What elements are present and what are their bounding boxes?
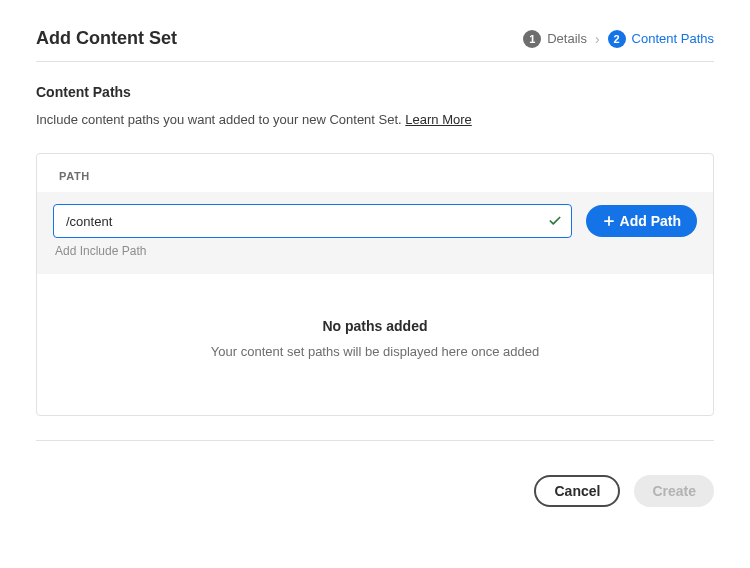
- footer-actions: Cancel Create: [36, 475, 714, 507]
- path-input[interactable]: [53, 204, 572, 238]
- path-input-hint: Add Include Path: [53, 244, 697, 258]
- page-title: Add Content Set: [36, 28, 177, 49]
- cancel-button[interactable]: Cancel: [534, 475, 620, 507]
- step-label-content-paths: Content Paths: [632, 31, 714, 46]
- wizard-stepper: 1 Details › 2 Content Paths: [523, 30, 714, 48]
- create-button: Create: [634, 475, 714, 507]
- step-number-1: 1: [523, 30, 541, 48]
- section-title: Content Paths: [36, 84, 714, 100]
- add-path-button[interactable]: Add Path: [586, 205, 697, 237]
- path-column-header: PATH: [37, 154, 713, 192]
- chevron-right-icon: ›: [595, 31, 600, 47]
- paths-panel: PATH Add Path Add Include Path No paths …: [36, 153, 714, 416]
- empty-state-title: No paths added: [57, 318, 693, 334]
- step-label-details: Details: [547, 31, 587, 46]
- learn-more-link[interactable]: Learn More: [405, 112, 471, 127]
- checkmark-icon: [548, 214, 562, 228]
- step-number-2: 2: [608, 30, 626, 48]
- section-description: Include content paths you want added to …: [36, 112, 714, 127]
- path-input-row: Add Path Add Include Path: [37, 192, 713, 274]
- step-content-paths[interactable]: 2 Content Paths: [608, 30, 714, 48]
- footer-divider: [36, 440, 714, 441]
- empty-state: No paths added Your content set paths wi…: [37, 274, 713, 415]
- empty-state-subtitle: Your content set paths will be displayed…: [57, 344, 693, 359]
- plus-icon: [602, 214, 616, 228]
- step-details[interactable]: 1 Details: [523, 30, 587, 48]
